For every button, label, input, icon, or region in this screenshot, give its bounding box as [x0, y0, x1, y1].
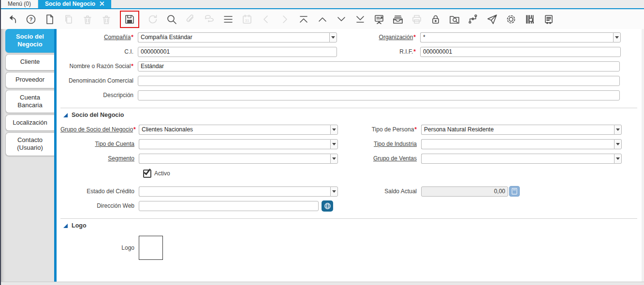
pos-receipt-icon[interactable] — [542, 13, 555, 26]
grupo-ventas-link[interactable]: Grupo de Ventas — [373, 155, 417, 162]
lock-icon[interactable] — [429, 13, 442, 26]
tipo-industria-select[interactable] — [421, 139, 614, 149]
direccion-web-label: Dirección Web — [60, 202, 139, 209]
collapse-triangle-icon[interactable] — [63, 224, 68, 228]
tab-socio-label: Socio del Negocio — [45, 0, 95, 7]
segmento-select[interactable] — [139, 154, 330, 164]
chevron-down-icon — [332, 128, 336, 131]
chat-icon[interactable] — [203, 13, 216, 26]
detail-record-icon[interactable] — [278, 13, 291, 26]
tipo-cuenta-label: Tipo de Cuenta — [60, 141, 139, 147]
sidebar-tab-label: Proveedor — [15, 76, 44, 84]
first-record-icon[interactable] — [297, 13, 310, 26]
tipo-industria-label: Tipo de Industria — [338, 141, 421, 147]
bottom-bar — [1, 282, 644, 285]
preferences-icon[interactable] — [505, 13, 517, 26]
form-content: Compañía* Organización* C.I. R.I.F.* Nom… — [57, 29, 644, 282]
section-header-logo[interactable]: Logo — [63, 222, 637, 229]
collapse-triangle-icon[interactable] — [63, 113, 68, 117]
toolbar: ? 31 — [1, 9, 644, 29]
tipo-industria-link[interactable]: Tipo de Industria — [374, 141, 417, 147]
section-title: Logo — [72, 222, 87, 229]
undo-icon[interactable] — [6, 13, 18, 26]
estado-credito-select[interactable] — [139, 186, 330, 197]
globe-button[interactable] — [322, 200, 333, 212]
share-icon[interactable] — [486, 13, 498, 26]
last-record-icon[interactable] — [354, 13, 366, 26]
find-icon[interactable] — [165, 13, 178, 26]
sidebar-tab-label: Socio del Negocio — [9, 33, 51, 49]
help-icon[interactable]: ? — [25, 13, 37, 26]
tab-socio-del-negocio[interactable]: Socio del Negocio — [38, 0, 111, 8]
scrollbar-track[interactable] — [642, 29, 644, 282]
sidebar-tab-contacto-usuario[interactable]: Contacto (Usuario) — [5, 132, 54, 156]
tab-menu[interactable]: Menú (0) — [1, 0, 38, 8]
new-record-icon[interactable] — [44, 13, 56, 26]
calendar-icon[interactable]: 31 — [241, 13, 253, 26]
main-area: Socio del Negocio Cliente Proveedor Cuen… — [1, 29, 644, 282]
tipo-cuenta-select[interactable] — [139, 139, 330, 149]
sidebar-tab-proveedor[interactable]: Proveedor — [5, 72, 54, 88]
organizacion-select[interactable] — [420, 32, 613, 43]
close-tab-icon[interactable] — [99, 1, 104, 6]
chevron-down-icon — [331, 36, 335, 39]
ci-input[interactable] — [138, 47, 337, 57]
organizacion-dropdown-button[interactable] — [613, 32, 621, 43]
rif-label: R.I.F.* — [337, 48, 420, 55]
sidebar-tab-socio-del-negocio[interactable]: Socio del Negocio — [5, 29, 54, 53]
denominacion-input[interactable] — [138, 76, 620, 86]
segmento-dropdown-button[interactable] — [330, 154, 338, 164]
grupo-ventas-select[interactable] — [421, 154, 614, 164]
toggle-grid-icon[interactable] — [222, 13, 234, 26]
refresh-icon[interactable] — [146, 13, 159, 26]
segmento-label: Segmento — [60, 155, 139, 162]
segmento-link[interactable]: Segmento — [108, 155, 134, 162]
grupo-ventas-dropdown-button[interactable] — [614, 154, 622, 164]
compania-label: Compañía* — [59, 34, 138, 41]
print-icon[interactable] — [410, 13, 423, 26]
workflow-icon[interactable] — [467, 13, 480, 26]
direccion-web-input[interactable] — [139, 201, 319, 211]
sidebar-tab-cuenta-bancaria[interactable]: Cuenta Bancaria — [5, 90, 54, 114]
section-header-socio[interactable]: Socio del Negocio — [63, 112, 637, 118]
calculator-button[interactable] — [509, 186, 520, 197]
ci-label: C.I. — [59, 48, 138, 55]
tipo-cuenta-link[interactable]: Tipo de Cuenta — [95, 141, 134, 147]
chevron-down-icon — [332, 143, 336, 145]
parent-record-icon[interactable] — [260, 13, 272, 26]
save-highlight-box — [120, 11, 139, 28]
zoom-across-icon[interactable] — [448, 13, 461, 26]
rif-input[interactable] — [420, 47, 621, 57]
logo-image-box[interactable] — [139, 236, 163, 260]
grupo-socio-dropdown-button[interactable] — [330, 125, 338, 135]
estado-credito-dropdown-button[interactable] — [330, 186, 338, 197]
sidebar-tab-localizacion[interactable]: Localización — [5, 114, 54, 131]
sidebar-tab-cliente[interactable]: Cliente — [5, 54, 54, 71]
tipo-persona-dropdown-button[interactable] — [614, 125, 622, 135]
compania-select[interactable] — [138, 32, 329, 43]
archive-icon[interactable] — [392, 13, 404, 26]
save-icon[interactable] — [123, 13, 136, 26]
nombre-input[interactable] — [138, 61, 620, 71]
descripcion-input[interactable] — [138, 90, 620, 100]
product-info-icon[interactable] — [524, 13, 536, 26]
compania-dropdown-button[interactable] — [329, 32, 337, 43]
report-icon[interactable] — [373, 13, 385, 26]
grupo-socio-link[interactable]: Grupo de Socio del Negocio — [60, 126, 133, 133]
delete-selection-icon[interactable] — [100, 13, 113, 26]
delete-record-icon[interactable] — [81, 13, 94, 26]
grupo-socio-select[interactable] — [139, 125, 330, 135]
copy-record-icon[interactable] — [62, 13, 75, 26]
activo-checkbox[interactable] — [143, 170, 151, 178]
next-record-icon[interactable] — [335, 13, 348, 26]
attachment-icon[interactable] — [184, 13, 197, 26]
chevron-down-icon — [615, 36, 619, 39]
tipo-industria-dropdown-button[interactable] — [614, 139, 622, 149]
compania-link[interactable]: Compañía — [104, 34, 131, 41]
svg-text:31: 31 — [245, 18, 249, 23]
organizacion-link[interactable]: Organización — [379, 34, 413, 41]
previous-record-icon[interactable] — [316, 13, 329, 26]
tipo-persona-select[interactable] — [421, 125, 614, 135]
sidebar-tab-label: Cliente — [20, 58, 40, 66]
tipo-cuenta-dropdown-button[interactable] — [330, 139, 338, 149]
